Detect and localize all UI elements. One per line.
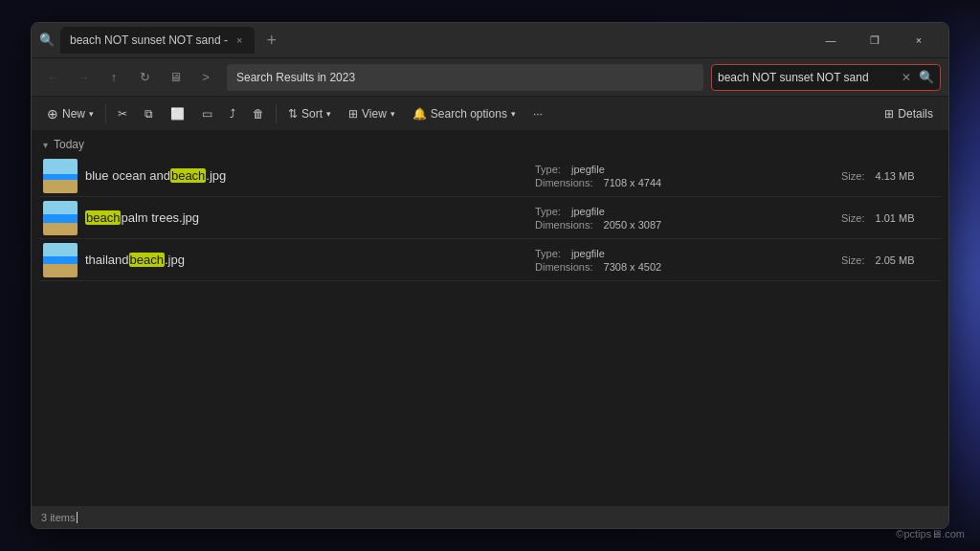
sort-button[interactable]: ⇅ Sort ▾ [280, 100, 339, 127]
view-chevron-icon: ▾ [390, 109, 395, 119]
status-cursor [77, 512, 78, 523]
size-value: 4.13 MB [872, 170, 914, 182]
file-meta: Type: jpegfileDimensions: 7108 x 4744 [516, 164, 822, 188]
forward-button[interactable]: → [70, 64, 97, 91]
tab-search-icon: 🔍 [39, 33, 55, 48]
dimensions-label: Dimensions: [535, 219, 593, 231]
watermark: ©pctips🖥.com [896, 528, 965, 540]
title-bar-left: 🔍 beach NOT sunset NOT sand - × + [39, 27, 809, 54]
view-label: View [362, 107, 387, 121]
file-name-prefix: blue ocean and [85, 168, 170, 183]
search-options-chevron-icon: ▾ [511, 109, 516, 119]
monitor-button[interactable]: 🖥 [162, 64, 189, 91]
file-name: thailand beach.jpg [85, 253, 516, 267]
maximize-button[interactable]: ❐ [853, 23, 897, 57]
up-button[interactable]: ↑ [100, 64, 127, 91]
view-icon: ⊞ [348, 107, 358, 121]
view-button[interactable]: ⊞ View ▾ [341, 100, 403, 127]
details-button[interactable]: ⊞ Details [877, 100, 941, 127]
breadcrumb-chevron[interactable]: > [192, 64, 219, 91]
refresh-button[interactable]: ↻ [131, 64, 158, 91]
group-header-today[interactable]: ▾ Today [39, 130, 941, 155]
cut-icon: ✂ [118, 107, 127, 121]
search-options-label: Search options [431, 107, 507, 121]
dimensions-value: 7108 x 4744 [601, 177, 662, 188]
status-count: 3 items [41, 512, 75, 523]
size-label: Size: [841, 170, 864, 182]
file-size-col: Size: 4.13 MB [822, 170, 937, 182]
share-icon: ⤴ [230, 107, 235, 121]
file-name-suffix: .jpg [165, 253, 185, 267]
search-bar[interactable]: ✕ 🔍 [711, 64, 941, 91]
tab-title: beach NOT sunset NOT sand - [70, 33, 228, 47]
file-name-highlight: beach [129, 253, 165, 267]
group-label: Today [54, 138, 84, 151]
file-list: blue ocean and beach.jpgType: jpegfileDi… [39, 155, 941, 281]
paste-button[interactable]: ⬜ [163, 100, 192, 127]
active-tab[interactable]: beach NOT sunset NOT sand - × [60, 27, 255, 54]
rename-icon: ▭ [202, 107, 212, 121]
search-options-button[interactable]: 🔔 Search options ▾ [405, 100, 523, 127]
dimensions-value: 2050 x 3087 [601, 219, 662, 231]
table-row[interactable]: blue ocean and beach.jpgType: jpegfileDi… [39, 155, 941, 197]
back-button[interactable]: ← [39, 64, 66, 91]
file-meta: Type: jpegfileDimensions: 2050 x 3087 [516, 206, 822, 231]
toolbar-separator-1 [105, 104, 106, 123]
type-label: Type: [535, 248, 561, 259]
new-icon: ⊕ [47, 106, 58, 121]
type-value: jpegfile [568, 248, 605, 259]
toolbar-separator-2 [276, 104, 277, 123]
more-button[interactable]: ··· [525, 100, 550, 127]
minimize-button[interactable]: — [809, 23, 853, 57]
size-value: 2.05 MB [872, 254, 914, 266]
search-options-icon: 🔔 [412, 107, 427, 121]
toolbar: ⊕ New ▾ ✂ ⧉ ⬜ ▭ ⤴ 🗑 ⇅ Sort ▾ ⊞ [32, 96, 948, 130]
close-button[interactable]: × [897, 23, 941, 57]
title-bar: 🔍 beach NOT sunset NOT sand - × + — ❐ × [32, 23, 948, 57]
copy-icon: ⧉ [145, 107, 153, 121]
search-clear-button[interactable]: ✕ [900, 71, 913, 84]
details-label: Details [898, 107, 933, 121]
file-size-col: Size: 2.05 MB [822, 254, 937, 266]
new-tab-button[interactable]: + [260, 31, 282, 51]
more-icon: ··· [533, 107, 543, 121]
breadcrumb-text: Search Results in 2023 [236, 71, 355, 84]
tab-close-button[interactable]: × [234, 33, 245, 47]
sort-icon: ⇅ [288, 107, 298, 121]
file-list-content[interactable]: ▾ Today blue ocean and beach.jpgType: jp… [32, 130, 948, 505]
sort-label: Sort [301, 107, 323, 121]
search-submit-button[interactable]: 🔍 [917, 70, 936, 84]
size-label: Size: [841, 212, 864, 224]
file-name-highlight: beach [85, 210, 121, 225]
rename-button[interactable]: ▭ [194, 100, 220, 127]
new-label: New [62, 107, 85, 121]
delete-button[interactable]: 🗑 [245, 100, 272, 127]
new-chevron-icon: ▾ [89, 109, 94, 119]
status-bar: 3 items [32, 505, 948, 528]
file-name: blue ocean and beach.jpg [85, 168, 516, 183]
share-button[interactable]: ⤴ [222, 100, 243, 127]
copy-button[interactable]: ⧉ [137, 100, 161, 127]
type-label: Type: [535, 206, 561, 217]
explorer-window: 🔍 beach NOT sunset NOT sand - × + — ❐ × … [31, 22, 949, 529]
window-controls: — ❐ × [809, 23, 941, 57]
new-button[interactable]: ⊕ New ▾ [39, 100, 101, 127]
type-value: jpegfile [568, 206, 605, 217]
file-name-suffix: palm trees.jpg [121, 210, 199, 225]
cut-button[interactable]: ✂ [110, 100, 135, 127]
paste-icon: ⬜ [170, 107, 185, 121]
file-name-highlight: beach [170, 168, 206, 183]
table-row[interactable]: thailand beach.jpgType: jpegfileDimensio… [39, 239, 941, 281]
nav-bar: ← → ↑ ↻ 🖥 > Search Results in 2023 ✕ 🔍 [32, 57, 948, 96]
file-name-suffix: .jpg [206, 168, 226, 183]
type-label: Type: [535, 164, 561, 175]
file-size-col: Size: 1.01 MB [822, 212, 937, 224]
dimensions-value: 7308 x 4502 [601, 261, 662, 273]
search-input[interactable] [718, 71, 896, 84]
size-value: 1.01 MB [872, 212, 914, 224]
file-name-prefix: thailand [85, 253, 129, 267]
breadcrumb: Search Results in 2023 [227, 64, 703, 91]
size-label: Size: [841, 254, 864, 266]
delete-icon: 🗑 [253, 107, 264, 121]
table-row[interactable]: beach palm trees.jpgType: jpegfileDimens… [39, 197, 941, 239]
